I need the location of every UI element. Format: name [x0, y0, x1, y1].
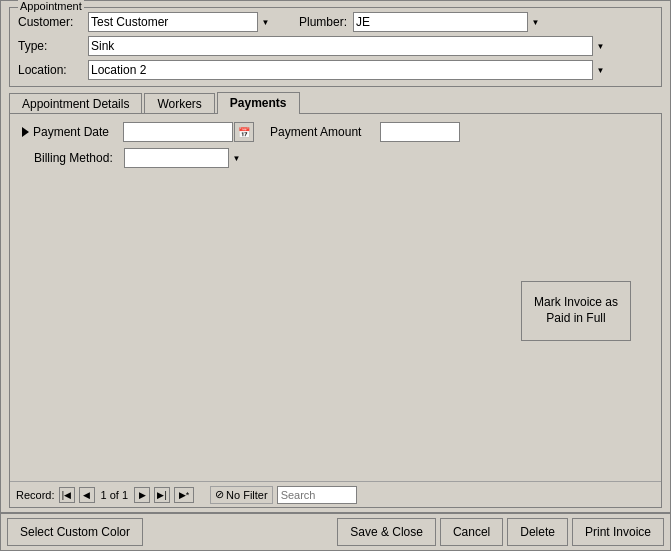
group-box-legend: Appointment	[18, 0, 84, 12]
filter-label: No Filter	[226, 489, 268, 501]
search-input[interactable]	[277, 486, 357, 504]
tab-payments[interactable]: Payments	[217, 92, 300, 114]
tabs-container: Appointment Details Workers Payments	[9, 91, 662, 113]
save-close-button[interactable]: Save & Close	[337, 518, 436, 546]
plumber-label: Plumber:	[293, 15, 353, 29]
customer-input[interactable]	[88, 12, 273, 32]
row-arrow-icon	[22, 127, 29, 137]
tab-content-payments: Payment Date 📅 Payment Amount Billing Me…	[9, 113, 662, 508]
tab-inner: Payment Date 📅 Payment Amount Billing Me…	[10, 114, 661, 182]
calendar-button[interactable]: 📅	[234, 122, 254, 142]
bottom-bar: Select Custom Color Save & Close Cancel …	[1, 512, 670, 550]
nav-prev-button[interactable]: ◀	[79, 487, 95, 503]
tab-appointment-details[interactable]: Appointment Details	[9, 93, 142, 114]
payment-amount-input[interactable]	[380, 122, 460, 142]
type-input[interactable]	[88, 36, 608, 56]
record-navigation: Record: |◀ ◀ 1 of 1 ▶ ▶| ▶* ⊘ No Filter	[10, 481, 661, 507]
billing-method-label: Billing Method:	[34, 151, 124, 165]
cancel-button[interactable]: Cancel	[440, 518, 503, 546]
payment-date-input[interactable]	[123, 122, 233, 142]
tab-workers[interactable]: Workers	[144, 93, 214, 114]
customer-row: Customer: ▼ Plumber: ▼	[18, 12, 653, 32]
record-info: 1 of 1	[101, 489, 129, 501]
print-invoice-button[interactable]: Print Invoice	[572, 518, 664, 546]
nav-first-button[interactable]: |◀	[59, 487, 75, 503]
billing-method-select-wrapper: ▼	[124, 148, 244, 168]
billing-method-row: Billing Method: ▼	[18, 148, 653, 168]
nav-next-button[interactable]: ▶	[134, 487, 150, 503]
plumber-input[interactable]	[353, 12, 543, 32]
type-select-wrapper: ▼	[88, 36, 608, 56]
delete-button[interactable]: Delete	[507, 518, 568, 546]
payment-date-label: Payment Date	[33, 125, 123, 139]
location-input[interactable]	[88, 60, 608, 80]
type-label: Type:	[18, 39, 88, 53]
filter-icon: ⊘	[215, 488, 224, 501]
row-indicator	[18, 127, 33, 137]
mark-invoice-paid-button[interactable]: Mark Invoice as Paid in Full	[521, 281, 631, 341]
appointment-group: Appointment Customer: ▼ Plumber: ▼ Type:…	[9, 7, 662, 87]
nav-last-button[interactable]: ▶|	[154, 487, 170, 503]
customer-label: Customer:	[18, 15, 88, 29]
location-label: Location:	[18, 63, 88, 77]
type-row: Type: ▼	[18, 36, 653, 56]
customer-select-wrapper: ▼	[88, 12, 273, 32]
main-window: Appointment Customer: ▼ Plumber: ▼ Type:…	[0, 0, 671, 551]
location-row: Location: ▼	[18, 60, 653, 80]
select-custom-color-button[interactable]: Select Custom Color	[7, 518, 143, 546]
filter-button[interactable]: ⊘ No Filter	[210, 486, 273, 504]
billing-method-input[interactable]	[124, 148, 244, 168]
payment-date-row: Payment Date 📅 Payment Amount	[18, 122, 653, 142]
payment-amount-label: Payment Amount	[270, 125, 380, 139]
nav-new-button[interactable]: ▶*	[174, 487, 194, 503]
plumber-select-wrapper: ▼	[353, 12, 543, 32]
location-select-wrapper: ▼	[88, 60, 608, 80]
record-label: Record:	[16, 489, 55, 501]
